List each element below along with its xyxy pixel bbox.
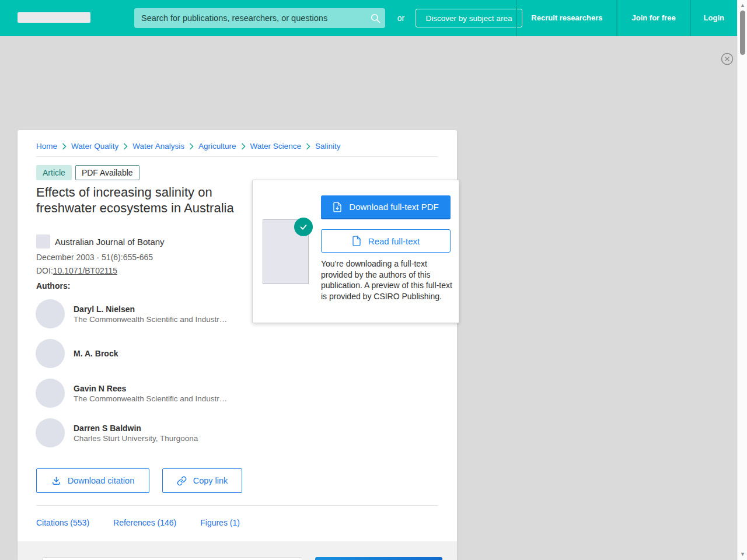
journal-row: Australian Journal of Botany bbox=[36, 235, 165, 249]
publication-title: Effects of increasing salinity on freshw… bbox=[36, 184, 235, 216]
chevron-right-icon bbox=[62, 143, 67, 150]
breadcrumb: Home Water Quality Water Analysis Agricu… bbox=[36, 142, 340, 150]
avatar[interactable] bbox=[36, 418, 65, 447]
logo-placeholder[interactable] bbox=[18, 12, 90, 23]
author-row: Darren S Baldwin Charles Sturt Universit… bbox=[36, 418, 269, 447]
divider bbox=[36, 156, 438, 157]
author-name[interactable]: Darren S Baldwin bbox=[74, 424, 198, 433]
tab-figures[interactable]: Figures (1) bbox=[200, 518, 240, 527]
search-icon[interactable] bbox=[365, 8, 385, 28]
or-label: or bbox=[390, 0, 412, 36]
pdf-available-badge: PDF Available bbox=[75, 165, 139, 180]
doi-line: DOI:10.1071/BT02115 bbox=[36, 266, 117, 275]
download-citation-button[interactable]: Download citation bbox=[36, 468, 149, 493]
publication-tabs: Citations (553) References (146) Figures… bbox=[36, 518, 240, 527]
author-name[interactable]: Gavin N Rees bbox=[74, 384, 227, 393]
read-fulltext-button[interactable]: Read full-text bbox=[321, 229, 451, 253]
scrollbar[interactable]: ▲ ▼ bbox=[737, 0, 747, 560]
scroll-thumb[interactable] bbox=[740, 10, 745, 55]
checkmark-icon bbox=[294, 218, 313, 236]
avatar[interactable] bbox=[36, 299, 65, 328]
footer-primary-button[interactable] bbox=[315, 557, 442, 560]
article-type-badge: Article bbox=[36, 165, 72, 180]
breadcrumb-home[interactable]: Home bbox=[36, 142, 57, 150]
avatar[interactable] bbox=[36, 339, 65, 368]
breadcrumb-water-analysis[interactable]: Water Analysis bbox=[132, 142, 184, 150]
search-bar bbox=[134, 8, 385, 28]
close-icon[interactable] bbox=[720, 52, 734, 66]
discover-by-subject-button[interactable]: Discover by subject area bbox=[416, 9, 522, 27]
link-icon bbox=[177, 476, 187, 486]
page: or Discover by subject area Recruit rese… bbox=[0, 0, 747, 560]
download-panel: Download full-text PDF Read full-text Yo… bbox=[252, 180, 459, 323]
divider bbox=[36, 505, 438, 506]
author-affiliation: The Commonwealth Scientific and Industr… bbox=[74, 394, 227, 403]
avatar[interactable] bbox=[36, 379, 65, 408]
tab-references[interactable]: References (146) bbox=[113, 518, 176, 527]
download-icon bbox=[51, 476, 61, 486]
copy-link-button[interactable]: Copy link bbox=[162, 468, 242, 493]
authors-label: Authors: bbox=[36, 281, 70, 290]
scroll-down-arrow[interactable]: ▼ bbox=[738, 551, 747, 558]
journal-link[interactable]: Australian Journal of Botany bbox=[55, 237, 165, 247]
author-name[interactable]: M. A. Brock bbox=[74, 349, 118, 358]
search-input[interactable] bbox=[134, 8, 365, 28]
chevron-right-icon bbox=[123, 143, 128, 150]
download-fulltext-label: Download full-text PDF bbox=[349, 202, 438, 212]
author-row: Gavin N Rees The Commonwealth Scientific… bbox=[36, 379, 269, 408]
author-affiliation: The Commonwealth Scientific and Industr… bbox=[74, 315, 227, 324]
action-row: Download citation Copy link bbox=[36, 468, 242, 493]
badges: Article PDF Available bbox=[36, 165, 139, 180]
author-name[interactable]: Daryl L. Nielsen bbox=[74, 304, 227, 314]
top-navbar: or Discover by subject area Recruit rese… bbox=[0, 0, 737, 36]
copy-link-label: Copy link bbox=[193, 476, 228, 485]
doi-link[interactable]: 10.1071/BT02115 bbox=[53, 266, 117, 275]
scroll-up-arrow[interactable]: ▲ bbox=[738, 2, 747, 9]
nav-join-for-free[interactable]: Join for free bbox=[616, 0, 689, 36]
authors-list: Daryl L. Nielsen The Commonwealth Scient… bbox=[36, 299, 269, 458]
author-affiliation: Charles Sturt University, Thurgoona bbox=[74, 434, 198, 443]
header-nav: Recruit researchers Join for free Login bbox=[516, 0, 737, 36]
pdf-download-icon bbox=[333, 202, 342, 212]
breadcrumb-water-science[interactable]: Water Science bbox=[250, 142, 301, 150]
comment-input[interactable] bbox=[42, 557, 302, 560]
breadcrumb-salinity[interactable]: Salinity bbox=[315, 142, 341, 150]
download-fulltext-pdf-button[interactable]: Download full-text PDF bbox=[321, 195, 451, 219]
publication-date: December 2003 · 51(6):655-665 bbox=[36, 253, 153, 262]
chevron-right-icon bbox=[189, 143, 194, 150]
breadcrumb-water-quality[interactable]: Water Quality bbox=[71, 142, 118, 150]
nav-recruit-researchers[interactable]: Recruit researchers bbox=[516, 0, 616, 36]
download-citation-label: Download citation bbox=[68, 476, 134, 485]
breadcrumb-agriculture[interactable]: Agriculture bbox=[198, 142, 236, 150]
author-row: Daryl L. Nielsen The Commonwealth Scient… bbox=[36, 299, 269, 328]
tab-citations[interactable]: Citations (553) bbox=[36, 518, 89, 527]
read-fulltext-label: Read full-text bbox=[368, 236, 420, 246]
doi-label: DOI: bbox=[36, 266, 53, 275]
download-note: You're downloading a full-text provided … bbox=[321, 258, 453, 302]
nav-login[interactable]: Login bbox=[690, 0, 737, 36]
chevron-right-icon bbox=[306, 143, 310, 150]
author-row: M. A. Brock bbox=[36, 339, 269, 368]
document-icon bbox=[352, 236, 361, 246]
chevron-right-icon bbox=[241, 143, 246, 150]
journal-icon bbox=[36, 235, 50, 249]
